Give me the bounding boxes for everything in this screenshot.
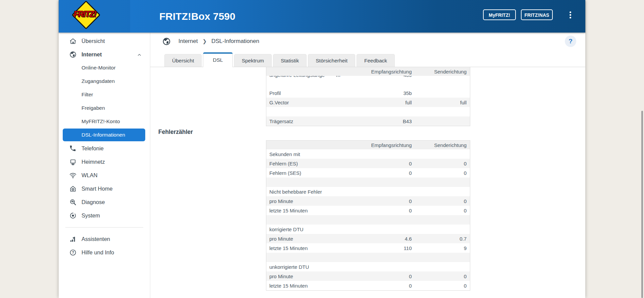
globe-icon <box>69 50 77 58</box>
kebab-menu-icon[interactable] <box>568 10 573 20</box>
table-row: Sekunden mit <box>266 149 470 159</box>
vertical-scrollbar[interactable] <box>641 111 643 298</box>
sidebar-nav: ÜbersichtInternetOnline-MonitorZugangsda… <box>59 33 150 222</box>
table-row: unkorrigierte DTU <box>266 262 470 271</box>
tab-st-rsicherheit[interactable]: Störsicherheit <box>308 54 355 67</box>
chevron-up-icon[interactable] <box>137 52 141 56</box>
app-window: FRITZ! FRITZ!Box 7590 MyFRITZ! FRITZ!NAS… <box>59 0 585 298</box>
app-header: FRITZ! FRITZ!Box 7590 MyFRITZ! FRITZ!NAS <box>59 0 585 33</box>
sidebar-item-label: System <box>82 212 100 219</box>
sidebar-item-freigaben[interactable]: Freigaben <box>59 101 150 115</box>
table-header-row: EmpfangsrichtungSenderichtung <box>266 67 470 76</box>
sidebar-divider <box>65 227 143 228</box>
sidebar-item-smart-home[interactable]: Smart Home <box>59 182 150 195</box>
sidebar-item-internet[interactable]: Internet <box>59 48 150 61</box>
sidebar-item-label: Übersicht <box>82 38 105 44</box>
column-header-empfangsrichtung: Empfangsrichtung <box>348 141 412 150</box>
column-header-senderichtung: Senderichtung <box>412 141 470 150</box>
table-row: pro Minute00 <box>266 271 470 281</box>
breadcrumb-section[interactable]: Internet <box>178 38 198 45</box>
table-row-clipped: ungefähre Leitungslängem430 <box>266 76 470 79</box>
table-row: korrigierte DTU <box>266 225 470 234</box>
phone-icon <box>69 144 77 152</box>
table-row <box>266 107 470 116</box>
error-counters-table: EmpfangsrichtungSenderichtungSekunden mi… <box>266 140 470 291</box>
tab-bersicht[interactable]: Übersicht <box>164 54 202 67</box>
table-row: pro Minute00 <box>266 196 470 206</box>
sidebar-item-myfritz-konto[interactable]: MyFRITZ!-Konto <box>59 115 150 128</box>
sidebar-item-label: Filter <box>82 92 93 98</box>
sidebar-item-zugangsdaten[interactable]: Zugangsdaten <box>59 74 150 88</box>
sidebar: ÜbersichtInternetOnline-MonitorZugangsda… <box>59 33 150 298</box>
sidebar-item-label: Freigaben <box>82 105 105 111</box>
assistants-icon <box>69 235 77 243</box>
table-row: letzte 15 Minuten1109 <box>266 243 470 253</box>
sidebar-item-label: Internet <box>82 51 102 58</box>
sidebar-item-diagnose[interactable]: Diagnose <box>59 195 150 209</box>
sidebar-item-bersicht[interactable]: Übersicht <box>59 34 150 48</box>
breadcrumb-separator-icon: ❯ <box>203 38 207 44</box>
sidebar-item-wlan[interactable]: WLAN <box>59 168 150 182</box>
globe-icon <box>162 37 171 46</box>
sidebar-item-online-monitor[interactable]: Online-Monitor <box>59 61 150 74</box>
table-row <box>266 253 470 262</box>
smarthome-icon <box>69 185 77 193</box>
fritz-logo-text: FRITZ! <box>71 10 98 19</box>
sidebar-item-label: Telefonie <box>82 145 104 152</box>
table-row: Fehlern (ES)00 <box>266 159 470 168</box>
help-icon: ? <box>69 248 77 256</box>
tab-dsl[interactable]: DSL <box>203 52 232 67</box>
svg-text:?: ? <box>72 250 74 254</box>
page: { "header": { "logo_text": "FRITZ!", "ti… <box>0 0 644 298</box>
tab-feedback[interactable]: Feedback <box>357 54 395 67</box>
section-heading: Fehlerzähler <box>158 129 193 136</box>
sidebar-item-hilfe-und-info[interactable]: ?Hilfe und Info <box>59 246 150 259</box>
sidebar-item-label: WLAN <box>82 172 98 179</box>
table-row: letzte 15 Minuten00 <box>266 206 470 215</box>
wifi-icon <box>69 171 77 179</box>
sidebar-item-label: DSL-Informationen <box>82 132 125 138</box>
sidebar-item-label: Zugangsdaten <box>82 78 115 84</box>
sidebar-item-label: Smart Home <box>82 186 113 192</box>
table-row: pro Minute4.60.7 <box>266 234 470 243</box>
table-row: G.Vectorfullfull <box>266 98 470 107</box>
sidebar-item-label: Online-Monitor <box>82 65 116 71</box>
sidebar-item-dsl-informationen[interactable]: DSL-Informationen <box>59 128 150 142</box>
sidebar-item-label: MyFRITZ!-Konto <box>82 118 120 125</box>
tab-bar: ÜbersichtDSLSpektrumStatistikStörsicherh… <box>150 51 585 67</box>
table-row: Fehlern (SES)00 <box>266 168 470 178</box>
sidebar-footer-nav: Assistenten?Hilfe und Info <box>59 232 150 259</box>
dsl-parameters-table: EmpfangsrichtungSenderichtungungefähre L… <box>266 67 470 126</box>
breadcrumb-page: DSL-Informationen <box>211 38 259 45</box>
sidebar-item-label: Heimnetz <box>82 159 105 165</box>
sidebar-item-telefonie[interactable]: Telefonie <box>59 142 150 155</box>
sidebar-item-assistenten[interactable]: Assistenten <box>59 232 150 246</box>
help-button[interactable]: ? <box>565 36 576 47</box>
table-row <box>266 178 470 187</box>
sidebar-item-label: Diagnose <box>82 199 105 205</box>
table-row <box>266 79 470 88</box>
table-header-row: EmpfangsrichtungSenderichtung <box>266 141 470 150</box>
sidebar-item-system[interactable]: System <box>59 209 150 222</box>
sidebar-item-heimnetz[interactable]: Heimnetz <box>59 155 150 168</box>
home-icon <box>69 37 77 45</box>
table-row: Profil35b <box>266 88 470 98</box>
content-area: Internet ❯ DSL-Informationen ? Übersicht… <box>150 33 585 298</box>
sidebar-item-label: Assistenten <box>82 236 110 242</box>
system-icon <box>69 211 77 219</box>
tab-spektrum[interactable]: Spektrum <box>234 54 272 67</box>
breadcrumb: Internet ❯ DSL-Informationen <box>162 36 259 46</box>
sidebar-item-filter[interactable]: Filter <box>59 88 150 101</box>
column-header-senderichtung: Senderichtung <box>412 67 470 76</box>
fritz-logo[interactable]: FRITZ! <box>71 1 98 28</box>
page-title: FRITZ!Box 7590 <box>159 0 235 33</box>
fritznas-button[interactable]: FRITZ!NAS <box>521 9 553 20</box>
network-icon <box>69 158 77 166</box>
myfritz-button[interactable]: MyFRITZ! <box>483 9 516 20</box>
table-row: letzte 15 Minuten00 <box>266 281 470 291</box>
sidebar-item-label: Hilfe und Info <box>82 249 114 256</box>
table-row: TrägersatzB43 <box>266 116 470 126</box>
table-row: Nicht behebbare Fehler <box>266 187 470 196</box>
table-row <box>266 215 470 225</box>
tab-statistik[interactable]: Statistik <box>273 54 307 67</box>
